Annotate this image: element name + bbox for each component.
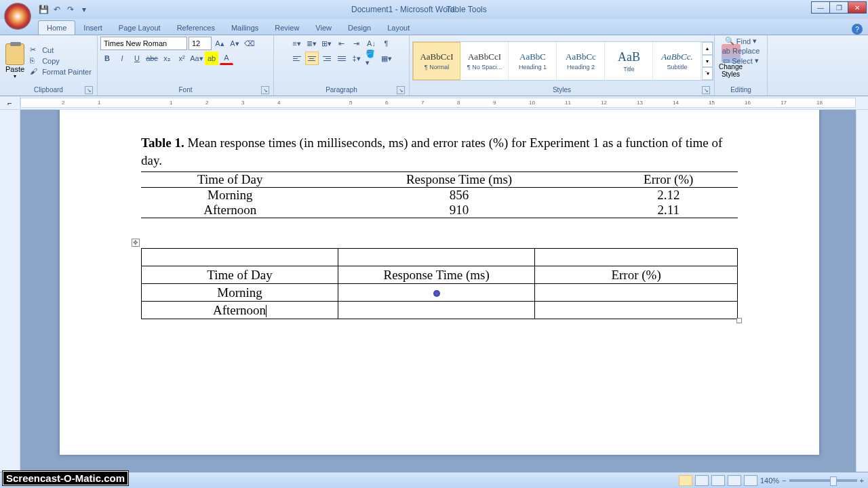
table-cell[interactable]: Response Time (ms)	[338, 266, 535, 284]
table-2[interactable]: Time of Day Response Time (ms) Error (%)…	[141, 248, 738, 319]
align-left-button[interactable]	[290, 52, 304, 65]
table-cell[interactable]: Afternoon	[142, 302, 338, 319]
tab-references[interactable]: References	[169, 21, 223, 35]
table-header[interactable]: Response Time (ms)	[319, 172, 599, 188]
dec-indent-button[interactable]: ⇤	[335, 37, 349, 50]
subscript-button[interactable]: x₂	[160, 52, 174, 65]
table-cell[interactable]: Morning	[142, 284, 338, 302]
paste-button[interactable]: Paste ▾	[3, 42, 27, 81]
full-screen-view[interactable]	[695, 475, 709, 486]
table-resize-handle[interactable]	[736, 318, 742, 323]
superscript-button[interactable]: x²	[175, 52, 189, 65]
change-case-button[interactable]: Aa▾	[190, 52, 203, 65]
tab-mailings[interactable]: Mailings	[223, 21, 267, 35]
table-cell[interactable]	[535, 284, 738, 302]
borders-button[interactable]: ▦▾	[380, 52, 393, 65]
format-painter-button[interactable]: 🖌Format Painter	[30, 67, 92, 77]
style-scroll-down[interactable]: ▾	[702, 55, 713, 68]
grow-font-button[interactable]: A▴	[213, 37, 226, 50]
numbering-button[interactable]: ≣▾	[305, 37, 319, 50]
style-title[interactable]: AaBTitle	[606, 42, 653, 80]
zoom-in-button[interactable]: +	[860, 476, 864, 485]
style-heading2[interactable]: AaBbCcHeading 2	[557, 42, 605, 80]
maximize-button[interactable]: ❐	[829, 1, 848, 14]
inc-indent-button[interactable]: ⇥	[350, 37, 363, 50]
horizontal-ruler[interactable]: 21123456789101112131415161718	[20, 98, 856, 108]
styles-launcher[interactable]: ↘	[702, 86, 710, 94]
table-cell[interactable]: 2.12	[599, 188, 738, 203]
style-no-spacing[interactable]: AaBbCcI¶ No Spaci...	[461, 42, 509, 80]
tab-layout[interactable]: Layout	[379, 21, 418, 35]
minimize-button[interactable]: —	[811, 1, 830, 14]
draft-view[interactable]	[744, 475, 757, 486]
highlight-button[interactable]: ab	[205, 52, 218, 65]
page-viewport[interactable]: Table 1. Mean response times (in millise…	[20, 110, 856, 472]
italic-button[interactable]: I	[115, 52, 129, 65]
table-cell[interactable]	[338, 302, 535, 319]
tab-selector[interactable]: ⌐	[0, 96, 20, 109]
replace-button[interactable]: abReplace	[722, 47, 760, 55]
table-cell[interactable]	[535, 249, 738, 266]
zoom-level[interactable]: 140%	[760, 476, 779, 485]
shading-button[interactable]: 🪣▾	[365, 52, 378, 65]
shrink-font-button[interactable]: A▾	[228, 37, 241, 50]
vertical-ruler[interactable]	[0, 110, 20, 472]
line-spacing-button[interactable]: ‡▾	[350, 52, 363, 65]
outline-view[interactable]	[728, 475, 741, 486]
find-button[interactable]: 🔍Find ▾	[725, 37, 757, 45]
tab-design[interactable]: Design	[340, 21, 379, 35]
table-cell[interactable]	[142, 249, 338, 266]
multilevel-button[interactable]: ⊞▾	[320, 37, 334, 50]
font-name-input[interactable]	[100, 37, 187, 50]
align-center-button[interactable]	[305, 52, 319, 65]
office-button[interactable]	[4, 3, 31, 30]
tab-view[interactable]: View	[307, 21, 340, 35]
table-header[interactable]: Time of Day	[141, 172, 319, 188]
vertical-scrollbar[interactable]	[856, 110, 868, 472]
tab-home[interactable]: Home	[38, 20, 75, 35]
table-cell[interactable]: 856	[319, 188, 599, 203]
close-button[interactable]: ✕	[848, 1, 867, 14]
table-cell[interactable]: Morning	[141, 188, 319, 203]
justify-button[interactable]	[335, 52, 349, 65]
save-icon[interactable]: 💾	[38, 4, 49, 15]
web-layout-view[interactable]	[711, 475, 725, 486]
table-cell[interactable]: Error (%)	[535, 266, 738, 284]
font-launcher[interactable]: ↘	[261, 86, 269, 94]
font-color-button[interactable]: A	[220, 52, 233, 65]
undo-icon[interactable]: ↶	[52, 4, 62, 15]
tab-insert[interactable]: Insert	[75, 21, 111, 35]
style-scroll-up[interactable]: ▴	[702, 42, 713, 55]
style-normal[interactable]: AaBbCcI¶ Normal	[413, 42, 460, 80]
tab-page-layout[interactable]: Page Layout	[111, 21, 169, 35]
table-cell[interactable]	[338, 284, 535, 302]
align-right-button[interactable]	[320, 52, 334, 65]
table-cell[interactable]: 910	[319, 203, 599, 218]
table-cell[interactable]	[338, 249, 535, 266]
redo-icon[interactable]: ↷	[65, 4, 76, 15]
bold-button[interactable]: B	[100, 52, 114, 65]
cut-button[interactable]: ✂Cut	[30, 45, 92, 55]
style-subtitle[interactable]: AaBbCc.Subtitle	[654, 42, 701, 80]
table-cell[interactable]: 2.11	[599, 203, 738, 218]
clipboard-launcher[interactable]: ↘	[85, 86, 93, 94]
table-cell[interactable]	[535, 302, 738, 319]
style-scroll-more[interactable]: ‾▾	[702, 67, 713, 80]
paragraph-launcher[interactable]: ↘	[397, 86, 405, 94]
show-marks-button[interactable]: ¶	[380, 37, 393, 50]
tab-review[interactable]: Review	[267, 21, 307, 35]
table-caption[interactable]: Table 1. Mean response times (in millise…	[141, 134, 738, 169]
zoom-slider[interactable]	[789, 479, 857, 482]
select-button[interactable]: ▭Select ▾	[723, 56, 759, 65]
qat-more-icon[interactable]: ▾	[79, 4, 90, 15]
style-heading1[interactable]: AaBbCHeading 1	[509, 42, 557, 80]
font-size-input[interactable]	[189, 37, 212, 50]
underline-button[interactable]: U	[130, 52, 144, 65]
strikethrough-button[interactable]: abc	[145, 52, 159, 65]
table-cell[interactable]: Time of Day	[142, 266, 338, 284]
help-icon[interactable]: ?	[852, 24, 863, 35]
copy-button[interactable]: ⎘Copy	[30, 56, 92, 66]
table-move-handle[interactable]: ✥	[132, 239, 140, 247]
bullets-button[interactable]: ≡▾	[290, 37, 304, 50]
clear-format-button[interactable]: ⌫	[243, 37, 256, 50]
